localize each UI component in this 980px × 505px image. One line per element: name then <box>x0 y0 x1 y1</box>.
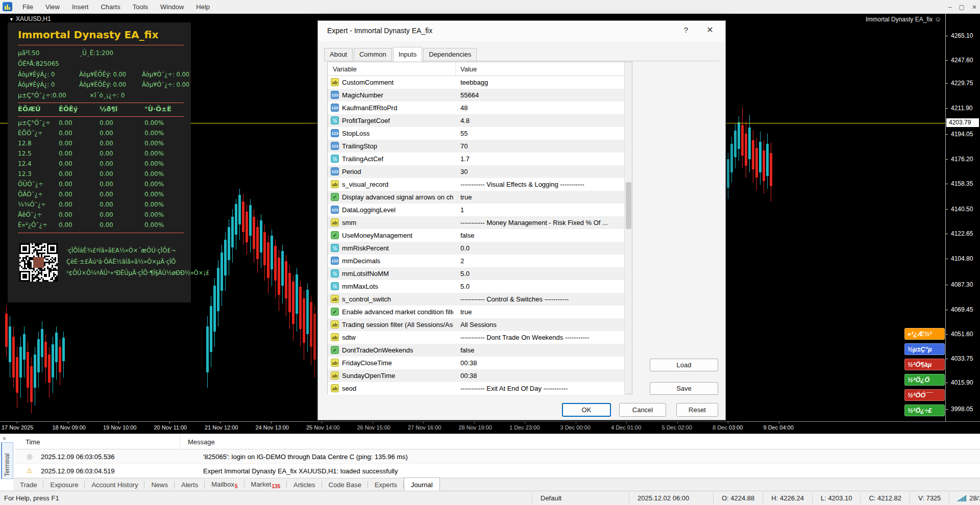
param-value[interactable]: 00:38 <box>460 372 477 380</box>
param-row[interactable]: 123TrailingStop70 <box>328 140 625 153</box>
param-value[interactable]: 5.0 <box>460 283 470 290</box>
terminal-side-tab[interactable]: Terminal <box>1 442 13 479</box>
param-row[interactable]: ½mmRiskPercent0.0 <box>328 242 625 255</box>
terminal-tab-experts[interactable]: Experts <box>368 479 404 491</box>
param-value[interactable]: 2 <box>460 257 464 265</box>
param-value[interactable]: 5.0 <box>460 270 470 277</box>
tab-dependencies[interactable]: Dependencies <box>423 48 477 61</box>
param-value[interactable]: ----------- Control & Switches ---------… <box>460 295 569 303</box>
menu-item-tools[interactable]: Tools <box>127 3 154 11</box>
param-value[interactable]: ----------- Dont Trade On Weekends -----… <box>460 334 590 341</box>
scrollbar-thumb[interactable] <box>626 182 631 229</box>
time-column-header[interactable]: Time <box>26 438 40 446</box>
param-value[interactable]: 48 <box>460 104 468 112</box>
param-row[interactable]: abFridayCloseTime00:38 <box>328 357 625 369</box>
param-row[interactable]: 123MagicNumber55664 <box>328 89 625 102</box>
menu-item-window[interactable]: Window <box>154 3 190 11</box>
dialog-titlebar[interactable]: Expert - Immortal Dynasty EA_fix ? ✕ <box>318 21 725 41</box>
param-value[interactable]: All Sessions <box>460 321 497 329</box>
tab-inputs[interactable]: Inputs <box>393 47 422 61</box>
param-value[interactable]: false <box>460 346 474 354</box>
param-row[interactable]: 123Period30 <box>328 165 625 178</box>
stat-segment: Âòµ¥Ó¯¿÷: 0.00 <box>142 71 189 78</box>
param-row[interactable]: abTrading session filter (All Sessions/A… <box>328 318 625 331</box>
param-row[interactable]: ✓UseMoneyManagementfalse <box>328 229 625 242</box>
param-row[interactable]: 123StopLoss55 <box>328 127 625 140</box>
param-row[interactable]: abseod----------- Exit At End Of Day ---… <box>328 382 625 395</box>
pl-row-label: 12.5 <box>18 150 32 157</box>
terminal-tab-journal[interactable]: Journal <box>404 477 440 491</box>
pl-row-value: 0.00 <box>59 150 72 157</box>
param-value[interactable]: 70 <box>460 142 468 150</box>
param-value[interactable]: 4.8 <box>460 117 470 124</box>
reset-button[interactable]: Reset <box>676 403 718 417</box>
param-row[interactable]: ½mmMaxLots5.0 <box>328 280 625 293</box>
save-button[interactable]: Save <box>650 382 718 395</box>
terminal-tab-trade[interactable]: Trade <box>13 479 43 491</box>
param-value[interactable]: false <box>460 232 474 239</box>
terminal-tab-mailbox[interactable]: Mailbox5 <box>205 478 244 492</box>
variable-column-header[interactable]: Variable <box>333 65 357 73</box>
param-row[interactable]: 123KaufmanEffRtoPrd48 <box>328 102 625 114</box>
param-row[interactable]: ½TrailingActCef1.7 <box>328 153 625 165</box>
load-button[interactable]: Load <box>650 359 718 371</box>
candle-body <box>246 212 248 242</box>
close-button[interactable]: ✕ <box>972 4 977 11</box>
restore-button[interactable]: ▢ <box>959 4 965 11</box>
minimize-button[interactable]: – <box>948 4 952 11</box>
param-row[interactable]: absmm----------- Money Management - Risk… <box>328 216 625 229</box>
param-row[interactable]: abs_control_switch----------- Control & … <box>328 293 625 306</box>
param-row[interactable]: 123DataLoggingLevel1 <box>328 204 625 216</box>
param-row[interactable]: abSundayOpenTime00:38 <box>328 369 625 382</box>
terminal-tab-alerts[interactable]: Alerts <box>175 479 205 491</box>
journal-row[interactable]: ⚠2025.12.09 06:03:04.519Expert Immortal … <box>15 464 980 478</box>
profile-segment[interactable]: Default <box>532 493 629 503</box>
param-row[interactable]: ½mmLotsIfNoMM5.0 <box>328 267 625 280</box>
menu-item-help[interactable]: Help <box>190 3 216 11</box>
param-value[interactable]: 1.7 <box>460 155 470 163</box>
param-row[interactable]: ✓Enable advanced market condition filter… <box>328 306 625 318</box>
time-tick <box>271 422 272 423</box>
table-scrollbar[interactable] <box>624 62 632 394</box>
value-column-header[interactable]: Value <box>460 65 477 73</box>
terminal-tab-code-base[interactable]: Code Base <box>322 479 368 491</box>
help-icon[interactable]: ? <box>680 26 692 34</box>
param-value[interactable]: 00:38 <box>460 359 477 367</box>
param-value[interactable]: 1 <box>460 206 464 214</box>
param-value[interactable]: ----------- Visual Effects & Logging ---… <box>460 181 584 188</box>
ok-button[interactable]: OK <box>562 403 611 417</box>
param-row[interactable]: 123mmDecimals2 <box>328 255 625 267</box>
terminal-tab-market[interactable]: Market135 <box>244 478 287 492</box>
time-label: 9 Dec 04:00 <box>764 424 794 431</box>
terminal-tab-exposure[interactable]: Exposure <box>43 479 85 491</box>
menu-item-insert[interactable]: Insert <box>66 3 95 11</box>
param-value[interactable]: teebbagg <box>460 79 488 86</box>
param-value[interactable]: true <box>460 308 472 316</box>
param-value[interactable]: 55 <box>460 130 468 137</box>
journal-row[interactable]: ◎2025.12.09 06:03:05.536'825065': login … <box>15 449 980 464</box>
param-row[interactable]: abCustomCommentteebbagg <box>328 76 625 89</box>
menu-item-charts[interactable]: Charts <box>94 3 126 11</box>
param-value[interactable]: true <box>460 193 472 201</box>
param-row[interactable]: ✓Display advanced signal arrows on chart… <box>328 191 625 204</box>
param-row[interactable]: ✓DontTradeOnWeekendsfalse <box>328 344 625 357</box>
param-row[interactable]: abs_visual_record----------- Visual Effe… <box>328 178 625 191</box>
param-value[interactable]: 0.0 <box>460 244 470 252</box>
terminal-tab-account-history[interactable]: Account History <box>85 479 144 491</box>
tab-about[interactable]: About <box>324 48 353 61</box>
message-column-header[interactable]: Message <box>188 438 215 446</box>
terminal-tab-articles[interactable]: Articles <box>287 479 322 491</box>
terminal-tab-news[interactable]: News <box>144 479 175 491</box>
cancel-button[interactable]: Cancel <box>619 403 666 417</box>
param-row[interactable]: ½ProfitTargetCoef4.8 <box>328 114 625 127</box>
param-row[interactable]: absdtw----------- Dont Trade On Weekends… <box>328 331 625 344</box>
terminal-close-icon[interactable]: × <box>3 435 6 442</box>
param-value[interactable]: 30 <box>460 168 468 175</box>
tab-common[interactable]: Common <box>354 48 392 61</box>
menu-item-view[interactable]: View <box>39 3 66 11</box>
param-value[interactable]: 55664 <box>460 91 479 99</box>
param-value[interactable]: ----------- Exit At End Of Day ---------… <box>460 385 568 392</box>
param-value[interactable]: ----------- Money Management - Risk Fixe… <box>460 219 608 226</box>
menu-item-file[interactable]: File <box>16 3 39 11</box>
dialog-close-icon[interactable]: ✕ <box>704 25 716 35</box>
